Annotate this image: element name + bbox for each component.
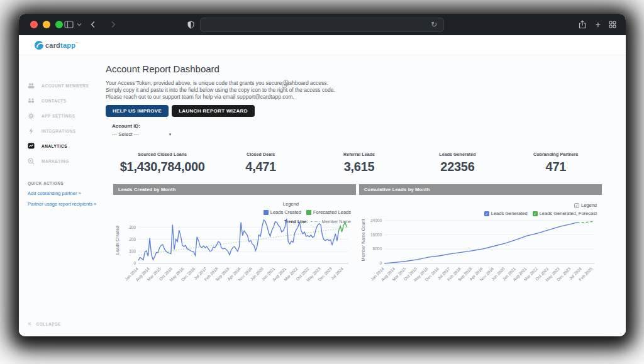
collapse-chevrons-icon: « [28, 321, 31, 326]
collapse-label: COLLAPSE [36, 322, 61, 326]
stat-label: Cobranding Partners [507, 152, 605, 157]
sidebar-item-contacts[interactable]: CONTACTS [19, 93, 106, 108]
forward-icon[interactable] [111, 14, 116, 35]
svg-text:0: 0 [133, 262, 136, 266]
quick-actions-heading: QUICK ACTIONS [28, 181, 106, 185]
legend-toggle[interactable]: ✓ Legend [574, 202, 597, 208]
description-line: Simply copy it and paste it into the fie… [106, 87, 626, 94]
stat-sourced-closed-loans: Sourced Closed Loans $1,430,784,000 [113, 152, 211, 174]
stat-label: Leads Generated [408, 152, 506, 157]
panel-title: Leads Created by Month [113, 184, 356, 195]
chevron-down-icon[interactable] [77, 14, 82, 35]
stat-value: 4,471 [211, 160, 309, 174]
account-id-label: Account ID: [112, 123, 626, 129]
svg-text:Member Name Count: Member Name Count [361, 219, 365, 262]
stat-label: Referral Leads [310, 152, 408, 157]
privacy-shield-icon[interactable] [187, 14, 194, 35]
svg-text:Leads Created: Leads Created [115, 226, 119, 255]
leads-created-chart: 0100200300Jan 2014Aug 2014Mar 2015Oct 20… [113, 213, 353, 296]
svg-text:24000: 24000 [370, 218, 382, 223]
cardtapp-logo-text: cardtapp™ [45, 41, 78, 49]
stat-value: 471 [507, 160, 605, 174]
stat-closed-deals: Closed Deals 4,471 [211, 152, 309, 174]
contacts-icon [28, 97, 35, 104]
svg-text:Jul 2024: Jul 2024 [330, 267, 345, 281]
reload-icon[interactable]: ↻ [431, 19, 437, 30]
help-us-improve-button[interactable]: HELP US IMPROVE [106, 105, 169, 117]
close-window-button[interactable] [30, 21, 38, 28]
copy-icon[interactable] [282, 79, 289, 91]
select-caret-icon: ▾ [169, 132, 172, 137]
marketing-icon [28, 158, 35, 165]
address-bar-input[interactable] [200, 18, 444, 32]
description-line: Your Access Token, provided above, is un… [106, 80, 626, 87]
launch-report-wizard-button[interactable]: LAUNCH REPORT WIZARD [172, 105, 255, 117]
stat-cobranding-partners: Cobranding Partners 471 [507, 152, 605, 174]
stats-row: Sourced Closed Loans $1,430,784,000 Clos… [113, 152, 605, 174]
page-title: Account Report Dashboard [106, 63, 626, 74]
stat-label: Sourced Closed Loans [113, 152, 211, 157]
app-header: cardtapp™ [19, 35, 626, 55]
sidebar-item-marketing[interactable]: MARKETING [19, 153, 106, 168]
sidebar-item-label: ANALYTICS [42, 144, 67, 148]
analytics-chart-icon [28, 143, 35, 150]
main-content: Account Report Dashboard Your Access Tok… [106, 55, 626, 336]
add-cobranding-partner-link[interactable]: Add cobranding partner » [28, 190, 106, 196]
legend-label: Legend [581, 202, 597, 208]
sidebar-toggle-icon[interactable] [64, 14, 74, 35]
stat-referral-leads: Referral Leads 3,615 [310, 152, 408, 174]
browser-window: ↻ + cardtapp™ ACCOUNT MEMBERS [19, 14, 626, 336]
sidebar-item-label: INTEGRATIONS [42, 129, 76, 133]
partner-usage-report-link[interactable]: Partner usage report recipients » [28, 201, 106, 207]
leads-created-panel: Leads Created by Month Legend Leads Crea… [113, 184, 356, 297]
sidebar-item-label: MARKETING [42, 159, 69, 163]
leads-created-chart-area: Legend Leads Created Forecasted Leads [113, 195, 356, 297]
sidebar-item-analytics[interactable]: ANALYTICS [19, 138, 106, 153]
bolt-icon [28, 128, 35, 135]
stat-label: Closed Deals [211, 152, 309, 157]
sidebar-item-label: APP SETTINGS [42, 114, 75, 118]
stat-value: 22356 [408, 160, 506, 174]
browser-titlebar: ↻ + [19, 14, 626, 35]
cumulative-leads-chart-area: ✓ Legend ✓ Leads Generated ✓ [359, 195, 602, 297]
cumulative-leads-chart: 080001600024000Jan 2014Aug 2014Mar 2015O… [359, 213, 599, 296]
description-line: Please reach out to our support team for… [106, 94, 626, 101]
minimize-window-button[interactable] [43, 21, 50, 28]
charts-row: Leads Created by Month Legend Leads Crea… [113, 184, 602, 297]
sidebar-item-app-settings[interactable]: APP SETTINGS [19, 108, 106, 123]
stat-value: 3,615 [310, 160, 408, 174]
sidebar-item-label: ACCOUNT MEMBERS [42, 84, 89, 88]
svg-text:300: 300 [129, 225, 136, 229]
legend-title: Legend [264, 201, 318, 207]
back-icon[interactable] [90, 14, 96, 35]
traffic-lights [30, 21, 63, 28]
share-icon[interactable] [579, 14, 586, 35]
sidebar-collapse-button[interactable]: « COLLAPSE [28, 321, 61, 326]
svg-text:0: 0 [379, 262, 382, 266]
sidebar-item-integrations[interactable]: INTEGRATIONS [19, 123, 106, 138]
svg-text:100: 100 [129, 249, 136, 253]
svg-text:16000: 16000 [370, 233, 382, 237]
access-token-description: Your Access Token, provided above, is un… [106, 80, 626, 100]
stat-value: $1,430,784,000 [113, 160, 211, 174]
users-icon [28, 82, 35, 89]
action-buttons: HELP US IMPROVE LAUNCH REPORT WIZARD [106, 105, 626, 117]
svg-text:200: 200 [129, 237, 136, 241]
sidebar-item-label: CONTACTS [42, 99, 67, 103]
sidebar-item-account-members[interactable]: ACCOUNT MEMBERS [19, 78, 106, 93]
stat-leads-generated: Leads Generated 22356 [408, 152, 506, 174]
account-id-select[interactable]: --- Select --- ▾ [112, 131, 181, 137]
legend-checkbox-icon[interactable]: ✓ [574, 203, 579, 208]
tab-overview-icon[interactable] [609, 14, 616, 35]
sidebar: ACCOUNT MEMBERS CONTACTS APP SETTINGS IN… [19, 55, 106, 336]
gear-icon [28, 113, 35, 119]
account-id-selected-value: --- Select --- [112, 131, 139, 137]
panel-title: Cumulative Leads by Month [359, 184, 602, 195]
svg-text:8000: 8000 [373, 247, 382, 251]
cardtapp-logo-icon [35, 41, 43, 50]
zoom-window-button[interactable] [55, 21, 63, 28]
account-id-group: Account ID: --- Select --- ▾ [112, 123, 626, 137]
cardtapp-logo[interactable]: cardtapp™ [35, 41, 78, 50]
cumulative-leads-panel: Cumulative Leads by Month ✓ Legend [359, 184, 602, 297]
new-tab-icon[interactable]: + [596, 14, 601, 35]
